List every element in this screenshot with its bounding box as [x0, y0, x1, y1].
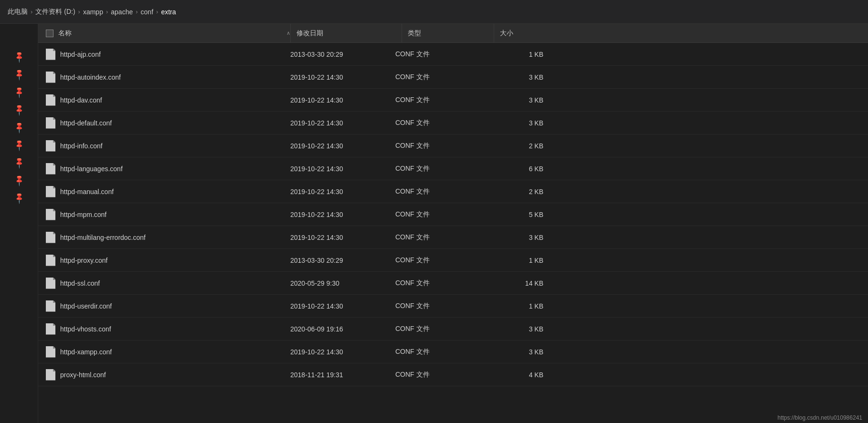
- file-icon-6: [46, 186, 55, 197]
- file-name-0: httpd-ajp.conf: [60, 51, 101, 58]
- col-name-header[interactable]: 名称 ∧: [42, 29, 290, 38]
- table-row[interactable]: httpd-dav.conf 2019-10-22 14:30 CONF 文件 …: [38, 89, 868, 112]
- select-all-checkbox[interactable]: [46, 30, 53, 37]
- file-name-1: httpd-autoindex.conf: [60, 73, 121, 81]
- file-col-date-11: 2019-10-22 14:30: [290, 302, 395, 310]
- file-col-size-9: 1 KB: [481, 257, 553, 264]
- file-icon-9: [46, 255, 55, 266]
- file-col-name-10: httpd-ssl.conf: [42, 278, 290, 289]
- breadcrumb-item-extra[interactable]: extra: [161, 8, 176, 16]
- file-col-size-14: 4 KB: [481, 371, 553, 379]
- breadcrumb-item-conf[interactable]: conf: [141, 8, 153, 16]
- breadcrumb-sep-2: ›: [106, 8, 108, 15]
- pin-icon-0[interactable]: 📌: [12, 51, 26, 64]
- main-container: 📌 📌 📌 📌 📌 📌 📌 📌 📌 名称 ∧ 修改日期 类型: [0, 24, 868, 423]
- table-row[interactable]: httpd-ssl.conf 2020-05-29 9:30 CONF 文件 1…: [38, 272, 868, 295]
- status-bar: https://blog.csdn.net/u010986241: [772, 413, 868, 423]
- file-name-13: httpd-xampp.conf: [60, 348, 112, 356]
- col-type-header[interactable]: 类型: [408, 29, 494, 38]
- file-col-size-6: 2 KB: [481, 188, 553, 196]
- table-row[interactable]: httpd-mpm.conf 2019-10-22 14:30 CONF 文件 …: [38, 203, 868, 226]
- file-col-size-7: 5 KB: [481, 211, 553, 218]
- col-sep-2: [402, 24, 402, 42]
- col-date-header[interactable]: 修改日期: [296, 29, 402, 38]
- file-name-6: httpd-manual.conf: [60, 188, 114, 196]
- table-row[interactable]: httpd-manual.conf 2019-10-22 14:30 CONF …: [38, 180, 868, 203]
- file-icon-13: [46, 346, 55, 358]
- file-col-type-5: CONF 文件: [395, 165, 481, 173]
- pin-icon-4[interactable]: 📌: [12, 121, 26, 134]
- file-col-name-2: httpd-dav.conf: [42, 94, 290, 106]
- pin-icon-5[interactable]: 📌: [12, 139, 26, 152]
- col-size-header[interactable]: 大小: [500, 29, 572, 38]
- file-col-size-13: 3 KB: [481, 348, 553, 356]
- file-col-type-4: CONF 文件: [395, 142, 481, 150]
- table-row[interactable]: httpd-info.conf 2019-10-22 14:30 CONF 文件…: [38, 134, 868, 157]
- file-col-type-2: CONF 文件: [395, 96, 481, 104]
- pin-icon-6[interactable]: 📌: [12, 156, 26, 170]
- file-col-name-9: httpd-proxy.conf: [42, 255, 290, 266]
- file-col-name-1: httpd-autoindex.conf: [42, 72, 290, 83]
- pin-icon-2[interactable]: 📌: [12, 86, 26, 99]
- file-col-size-1: 3 KB: [481, 73, 553, 81]
- file-col-type-6: CONF 文件: [395, 187, 481, 196]
- file-col-name-13: httpd-xampp.conf: [42, 346, 290, 358]
- table-row[interactable]: httpd-languages.conf 2019-10-22 14:30 CO…: [38, 157, 868, 180]
- file-name-11: httpd-userdir.conf: [60, 302, 112, 310]
- col-name-label: 名称: [58, 29, 72, 38]
- file-col-name-7: httpd-mpm.conf: [42, 209, 290, 220]
- file-col-size-3: 3 KB: [481, 119, 553, 127]
- file-col-size-10: 14 KB: [481, 279, 553, 287]
- table-row[interactable]: httpd-proxy.conf 2013-03-30 20:29 CONF 文…: [38, 249, 868, 272]
- table-row[interactable]: httpd-autoindex.conf 2019-10-22 14:30 CO…: [38, 66, 868, 89]
- file-col-name-12: httpd-vhosts.conf: [42, 323, 290, 335]
- file-col-type-11: CONF 文件: [395, 302, 481, 310]
- pin-icon-8[interactable]: 📌: [12, 192, 26, 205]
- pin-icon-3[interactable]: 📌: [12, 103, 26, 117]
- file-col-type-13: CONF 文件: [395, 348, 481, 356]
- file-col-name-4: httpd-info.conf: [42, 140, 290, 152]
- pin-icon-7[interactable]: 📌: [12, 174, 26, 187]
- file-name-7: httpd-mpm.conf: [60, 211, 106, 218]
- table-row[interactable]: proxy-html.conf 2018-11-21 19:31 CONF 文件…: [38, 363, 868, 386]
- pin-icon-1[interactable]: 📌: [12, 68, 26, 82]
- file-icon-3: [46, 117, 55, 129]
- file-icon-0: [46, 49, 55, 60]
- sidebar: 📌 📌 📌 📌 📌 📌 📌 📌 📌: [0, 24, 38, 423]
- column-header: 名称 ∧ 修改日期 类型 大小: [38, 24, 868, 43]
- table-row[interactable]: httpd-multilang-errordoc.conf 2019-10-22…: [38, 226, 868, 249]
- breadcrumb-item-this-pc[interactable]: 此电脑: [8, 8, 28, 16]
- file-col-size-11: 1 KB: [481, 302, 553, 310]
- breadcrumb-sep-1: ›: [78, 8, 80, 15]
- file-name-8: httpd-multilang-errordoc.conf: [60, 234, 146, 241]
- file-col-name-5: httpd-languages.conf: [42, 163, 290, 175]
- file-name-2: httpd-dav.conf: [60, 96, 102, 104]
- breadcrumb: 此电脑 › 文件资料 (D:) › xampp › apache › conf …: [0, 0, 868, 24]
- file-col-size-5: 6 KB: [481, 165, 553, 173]
- breadcrumb-item-d-drive[interactable]: 文件资料 (D:): [35, 8, 75, 16]
- breadcrumb-sep-0: ›: [31, 8, 32, 15]
- file-col-date-4: 2019-10-22 14:30: [290, 142, 395, 150]
- breadcrumb-item-xampp[interactable]: xampp: [83, 8, 103, 16]
- table-row[interactable]: httpd-default.conf 2019-10-22 14:30 CONF…: [38, 112, 868, 134]
- table-row[interactable]: httpd-ajp.conf 2013-03-30 20:29 CONF 文件 …: [38, 43, 868, 66]
- breadcrumb-item-apache[interactable]: apache: [111, 8, 133, 16]
- table-row[interactable]: httpd-userdir.conf 2019-10-22 14:30 CONF…: [38, 295, 868, 318]
- file-icon-8: [46, 232, 55, 243]
- file-col-name-8: httpd-multilang-errordoc.conf: [42, 232, 290, 243]
- file-name-14: proxy-html.conf: [60, 371, 106, 379]
- breadcrumb-sep-3: ›: [136, 8, 138, 15]
- file-col-size-8: 3 KB: [481, 234, 553, 241]
- file-name-12: httpd-vhosts.conf: [60, 325, 111, 333]
- file-col-type-10: CONF 文件: [395, 279, 481, 288]
- file-col-date-7: 2019-10-22 14:30: [290, 211, 395, 218]
- file-col-date-6: 2019-10-22 14:30: [290, 188, 395, 196]
- status-url: https://blog.csdn.net/u010986241: [778, 414, 862, 421]
- file-col-name-11: httpd-userdir.conf: [42, 300, 290, 312]
- file-icon-11: [46, 300, 55, 312]
- table-row[interactable]: httpd-vhosts.conf 2020-06-09 19:16 CONF …: [38, 318, 868, 340]
- table-row[interactable]: httpd-xampp.conf 2019-10-22 14:30 CONF 文…: [38, 340, 868, 363]
- file-name-10: httpd-ssl.conf: [60, 279, 100, 287]
- file-col-size-0: 1 KB: [481, 51, 553, 58]
- file-col-date-13: 2019-10-22 14:30: [290, 348, 395, 356]
